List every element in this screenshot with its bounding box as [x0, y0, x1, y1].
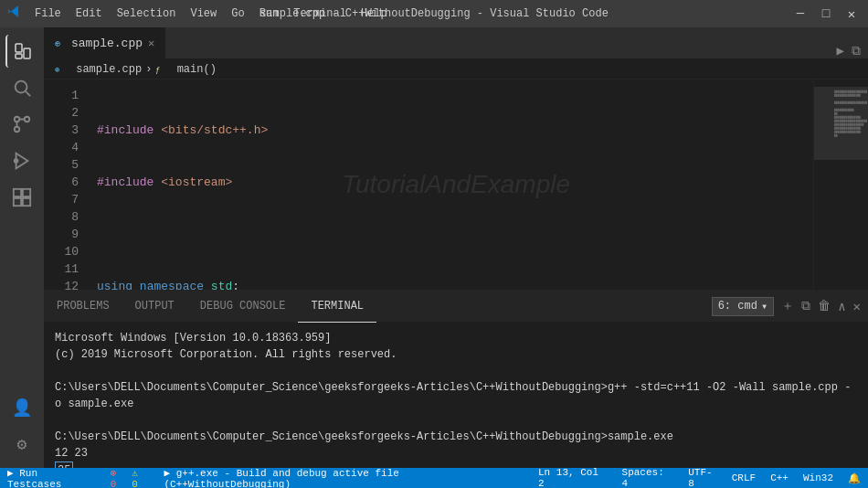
code-editor[interactable]: 1 2 3 4 5 6 7 8 9 10 11 12 13 #include <… [44, 80, 868, 290]
breadcrumb-symbol[interactable]: ƒ main() [155, 63, 216, 76]
status-errors[interactable]: ⊗ 0 ⚠ 0 [103, 468, 157, 488]
status-line-ending[interactable]: CRLF [725, 468, 763, 488]
sidebar-item-debug[interactable] [5, 144, 38, 177]
minimap-content: ████████████████████ ████████████████ ██… [814, 80, 868, 149]
status-left: ▶ Run Testcases ⊗ 0 ⚠ 0 ▶ g++.exe - Buil… [0, 468, 531, 488]
svg-rect-12 [14, 198, 21, 206]
window-controls: ─ □ ✕ [791, 6, 861, 22]
status-run-testcases[interactable]: ▶ Run Testcases [0, 468, 103, 488]
status-spaces[interactable]: Spaces: 4 [615, 468, 682, 488]
editor-area: ⊕ sample.cpp ✕ ▶ ⧉ ⊕ sample.cpp › ƒ [44, 27, 868, 468]
code-line-2: #include <iostream> [97, 174, 813, 191]
sidebar-item-explorer[interactable] [5, 35, 38, 68]
activity-bar: 👤 ⚙ [0, 27, 44, 468]
svg-point-5 [15, 117, 20, 122]
terminal-line-7: 12 23 [55, 445, 857, 461]
error-count: ⊗ 0 [111, 467, 128, 489]
breadcrumb-file[interactable]: ⊕ sample.cpp [55, 63, 142, 76]
app-icon [7, 5, 22, 24]
menu-go[interactable]: Go [226, 5, 249, 22]
svg-point-3 [16, 81, 27, 93]
menu-edit[interactable]: Edit [70, 5, 108, 22]
status-platform[interactable]: Win32 [796, 468, 841, 488]
svg-text:ƒ: ƒ [155, 66, 160, 74]
window-title: sample.cpp - C++WithoutDebugging - Visua… [259, 7, 609, 20]
sidebar-item-source-control[interactable] [5, 108, 38, 141]
main-layout: 👤 ⚙ ⊕ sample.cpp ✕ ▶ ⧉ ⊕ [0, 27, 868, 468]
close-panel-button[interactable]: ✕ [853, 299, 861, 314]
svg-rect-10 [14, 189, 21, 196]
menu-selection[interactable]: Selection [111, 5, 182, 22]
split-editor-icon[interactable]: ⧉ [852, 44, 861, 58]
code-line-3 [97, 226, 813, 243]
tab-debug-console[interactable]: DEBUG CONSOLE [187, 291, 299, 323]
svg-text:⊕: ⊕ [55, 66, 59, 74]
tab-terminal[interactable]: TERMINAL [298, 291, 376, 323]
tab-problems[interactable]: PROBLEMS [44, 291, 122, 323]
svg-point-9 [15, 159, 18, 163]
svg-rect-1 [24, 48, 30, 58]
sidebar-item-extensions[interactable] [5, 181, 38, 214]
svg-text:⊕: ⊕ [55, 39, 60, 48]
terminal-line-1: Microsoft Windows [Version 10.0.18363.95… [55, 330, 857, 346]
breadcrumb: ⊕ sample.cpp › ƒ main() [44, 59, 868, 80]
menu-view[interactable]: View [185, 5, 222, 22]
svg-line-4 [26, 91, 30, 96]
status-language[interactable]: C++ [763, 468, 796, 488]
svg-point-7 [15, 127, 20, 133]
code-line-1: #include <bits/stdc++.h> [97, 122, 813, 139]
panel-actions: 6: cmd ▾ ＋ ⧉ 🗑 ∧ ✕ [712, 297, 868, 316]
run-debug-icon[interactable]: ▶ [837, 43, 844, 58]
code-content[interactable]: #include <bits/stdc++.h> #include <iostr… [90, 80, 813, 290]
maximize-button[interactable]: □ [817, 6, 835, 22]
kill-terminal-button[interactable]: 🗑 [818, 299, 831, 313]
close-button[interactable]: ✕ [842, 6, 861, 22]
run-testcases-label: ▶ Run Testcases [7, 467, 96, 489]
notification-bell-icon[interactable]: 🔔 [841, 468, 868, 488]
terminal-line-6: C:\Users\DELL\Documents\Computer_Science… [55, 429, 857, 445]
status-position[interactable]: Ln 13, Col 2 [531, 468, 615, 488]
status-right: Ln 13, Col 2 Spaces: 4 UTF-8 CRLF C++ Wi… [531, 468, 868, 488]
chevron-down-icon: ▾ [761, 300, 767, 313]
title-bar: File Edit Selection View Go Run Terminal… [0, 0, 868, 27]
tab-close-button[interactable]: ✕ [148, 37, 154, 50]
status-bar: ▶ Run Testcases ⊗ 0 ⚠ 0 ▶ g++.exe - Buil… [0, 468, 868, 488]
maximize-panel-button[interactable]: ∧ [838, 299, 845, 314]
status-build-info[interactable]: ▶ g++.exe - Build and debug active file … [156, 468, 531, 488]
svg-point-6 [25, 117, 30, 122]
build-label: ▶ g++.exe - Build and debug active file … [164, 467, 524, 489]
svg-rect-2 [16, 54, 22, 58]
tab-actions: ▶ ⧉ [837, 43, 868, 58]
tab-label: sample.cpp [71, 37, 143, 50]
minimize-button[interactable]: ─ [791, 6, 810, 22]
account-icon[interactable]: 👤 [5, 391, 38, 424]
minimap: ████████████████████ ████████████████ ██… [813, 80, 868, 290]
panel: PROBLEMS OUTPUT DEBUG CONSOLE TERMINAL 6… [44, 290, 868, 468]
svg-rect-13 [23, 198, 30, 206]
terminal-content[interactable]: Microsoft Windows [Version 10.0.18363.95… [44, 323, 868, 468]
terminal-line-5 [55, 412, 857, 429]
breadcrumb-separator: › [145, 63, 152, 76]
terminal-line-3 [55, 363, 857, 379]
add-terminal-button[interactable]: ＋ [781, 298, 794, 314]
terminal-line-2: (c) 2019 Microsoft Corporation. All righ… [55, 346, 857, 363]
warning-count: ⚠ 0 [132, 467, 149, 489]
terminal-dropdown[interactable]: 6: cmd ▾ [712, 297, 774, 316]
sidebar-item-search[interactable] [5, 71, 38, 104]
tab-bar: ⊕ sample.cpp ✕ ▶ ⧉ [44, 27, 868, 59]
code-line-4: using namespace std; [97, 278, 813, 290]
svg-rect-11 [23, 189, 30, 196]
settings-icon[interactable]: ⚙ [5, 428, 38, 461]
activity-bar-bottom: 👤 ⚙ [5, 391, 38, 468]
svg-rect-0 [16, 44, 22, 52]
status-encoding[interactable]: UTF-8 [681, 468, 725, 488]
terminal-line-4: C:\Users\DELL\Documents\Computer_Science… [55, 379, 857, 412]
menu-file[interactable]: File [29, 5, 67, 22]
editor-tab-sample-cpp[interactable]: ⊕ sample.cpp ✕ [44, 27, 165, 58]
split-terminal-button[interactable]: ⧉ [801, 299, 810, 313]
panel-tabs: PROBLEMS OUTPUT DEBUG CONSOLE TERMINAL 6… [44, 291, 868, 323]
line-numbers: 1 2 3 4 5 6 7 8 9 10 11 12 13 [44, 80, 90, 290]
tab-output[interactable]: OUTPUT [122, 291, 187, 323]
